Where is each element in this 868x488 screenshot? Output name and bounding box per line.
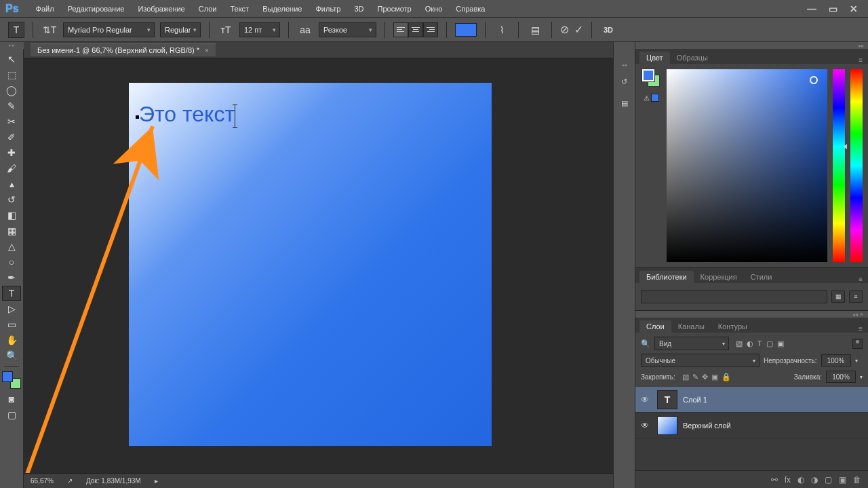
lock-pixels-icon[interactable]: ▧: [682, 373, 689, 381]
tab-styles[interactable]: Стили: [744, 271, 779, 283]
status-zoom[interactable]: 66,67%: [31, 477, 54, 485]
layer-group-icon[interactable]: ▢: [825, 475, 832, 485]
eraser-tool[interactable]: ◧: [2, 208, 21, 223]
type-tool[interactable]: T: [2, 286, 21, 301]
tab-paths[interactable]: Контуры: [711, 320, 754, 333]
eyedropper-tool[interactable]: ✐: [2, 130, 21, 145]
history-brush-tool[interactable]: ↺: [2, 192, 21, 207]
character-panel-icon[interactable]: ▤: [527, 22, 543, 38]
lock-all-icon[interactable]: 🔒: [722, 373, 731, 381]
brush-tool[interactable]: 🖌: [2, 161, 21, 176]
adjustment-layer-icon[interactable]: ◑: [811, 475, 818, 485]
layer-filter-kind-select[interactable]: Вид: [654, 337, 729, 350]
spectrum-strip[interactable]: [850, 69, 863, 262]
gamut-color-box[interactable]: [651, 94, 659, 102]
history-panel-icon[interactable]: ↺: [616, 73, 633, 90]
blend-mode-select[interactable]: Обычные: [641, 354, 760, 367]
filter-pixel-icon[interactable]: ▧: [736, 339, 743, 348]
window-maximize-button[interactable]: ▭: [829, 3, 837, 14]
new-layer-icon[interactable]: ▣: [839, 475, 846, 485]
menu-type[interactable]: Текст: [223, 2, 256, 16]
window-close-button[interactable]: ✕: [850, 3, 858, 14]
document-tab[interactable]: Без имени-1 @ 66,7% (Верхний слой, RGB/8…: [31, 43, 216, 56]
gradient-tool[interactable]: ▦: [2, 223, 21, 238]
filter-shape-icon[interactable]: ▢: [766, 339, 773, 348]
marquee-tool[interactable]: ⬚: [2, 67, 21, 82]
lasso-tool[interactable]: ◯: [2, 83, 21, 98]
visibility-icon[interactable]: 👁: [641, 395, 652, 405]
fill-value[interactable]: 100%: [826, 371, 856, 383]
antialias-select[interactable]: Резкое: [319, 22, 376, 37]
zoom-tool[interactable]: 🔍: [2, 348, 21, 363]
layer-mask-icon[interactable]: ◐: [797, 475, 804, 485]
hue-slider[interactable]: [833, 69, 845, 262]
panel-menu-icon[interactable]: ≡: [853, 56, 868, 64]
tab-close-icon[interactable]: ×: [205, 47, 209, 54]
canvas-container[interactable]: Это текст: [24, 58, 613, 473]
toolbox-grip[interactable]: ▸▸: [0, 42, 24, 49]
menu-3d[interactable]: 3D: [347, 2, 370, 16]
lib-list-view-button[interactable]: ≡: [849, 290, 863, 303]
status-arrow-icon[interactable]: ▸: [155, 477, 158, 485]
tab-swatches[interactable]: Образцы: [670, 52, 715, 64]
filter-type-icon[interactable]: T: [757, 339, 762, 348]
layer-fx-icon[interactable]: fx: [785, 475, 791, 485]
tab-channels[interactable]: Каналы: [671, 320, 711, 333]
panel-grip[interactable]: ▸▸: [635, 42, 868, 49]
layer-thumbnail[interactable]: [657, 416, 677, 435]
menu-edit[interactable]: Редактирование: [61, 2, 132, 16]
tab-adjustments[interactable]: Коррекция: [694, 271, 744, 283]
lock-brush-icon[interactable]: ✎: [692, 373, 698, 381]
filter-adjust-icon[interactable]: ◐: [747, 339, 753, 348]
delete-layer-icon[interactable]: 🗑: [853, 475, 861, 485]
rectangle-tool[interactable]: ▭: [2, 317, 21, 332]
screen-mode-tool[interactable]: ▢: [2, 407, 21, 422]
hue-slider-handle[interactable]: [844, 144, 847, 149]
color-picker-marker[interactable]: [810, 76, 818, 84]
menu-image[interactable]: Изображение: [131, 2, 191, 16]
menu-view[interactable]: Просмотр: [370, 2, 418, 16]
quick-mask-tool[interactable]: ◙: [2, 392, 21, 407]
menu-filter[interactable]: Фильтр: [309, 2, 347, 16]
menu-file[interactable]: Файл: [29, 2, 61, 16]
text-color-swatch[interactable]: [455, 23, 477, 37]
tab-layers[interactable]: Слои: [639, 320, 671, 333]
canvas-text[interactable]: Это текст: [139, 102, 235, 128]
layer-name[interactable]: Верхний слой: [683, 421, 731, 430]
visibility-icon[interactable]: 👁: [641, 421, 652, 430]
panel-grip[interactable]: ◂◂ ✕: [635, 311, 868, 318]
dodge-tool[interactable]: ○: [2, 255, 21, 269]
link-layers-icon[interactable]: ⚯: [771, 475, 778, 485]
move-tool[interactable]: ↖: [2, 52, 21, 67]
library-select[interactable]: [641, 290, 827, 303]
stamp-tool[interactable]: ▴: [2, 176, 21, 191]
panel-menu-icon[interactable]: ≡: [853, 325, 868, 333]
color-panel-fgbg[interactable]: [642, 69, 660, 87]
3d-button[interactable]: 3D: [600, 22, 616, 38]
fg-color-swatch[interactable]: [2, 371, 13, 382]
tab-libraries[interactable]: Библиотеки: [639, 271, 694, 283]
status-export-icon[interactable]: ↗: [67, 477, 73, 485]
blur-tool[interactable]: △: [2, 239, 21, 254]
menu-window[interactable]: Окно: [418, 2, 450, 16]
crop-tool[interactable]: ✂: [2, 114, 21, 129]
properties-panel-icon[interactable]: ▤: [616, 95, 633, 111]
menu-select[interactable]: Выделение: [256, 2, 309, 16]
gamut-warning-icon[interactable]: ⚠: [644, 94, 650, 102]
font-family-select[interactable]: Myriad Pro Regular: [63, 22, 155, 37]
healing-tool[interactable]: ✚: [2, 145, 21, 160]
menu-layers[interactable]: Слои: [192, 2, 224, 16]
lib-grid-view-button[interactable]: ▦: [831, 290, 845, 303]
lock-position-icon[interactable]: ✥: [702, 373, 708, 381]
font-style-select[interactable]: Regular: [160, 22, 201, 37]
lock-artboard-icon[interactable]: ▣: [711, 373, 718, 381]
canvas[interactable]: Это текст: [129, 83, 492, 446]
text-orientation-icon[interactable]: ⇅T: [41, 22, 58, 38]
filter-smart-icon[interactable]: ▣: [777, 339, 784, 348]
layer-thumbnail[interactable]: T: [657, 390, 677, 409]
window-minimize-button[interactable]: —: [807, 3, 816, 14]
opacity-value[interactable]: 100%: [821, 354, 851, 367]
pen-tool[interactable]: ✒: [2, 270, 21, 285]
dock-grip[interactable]: ◂◂: [614, 62, 635, 68]
quick-select-tool[interactable]: ✎: [2, 98, 21, 113]
